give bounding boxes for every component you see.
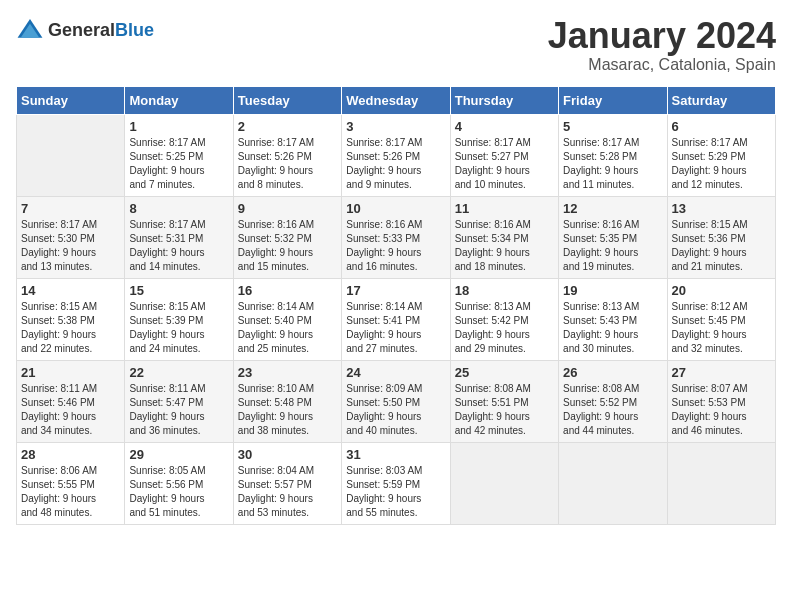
calendar-cell: 25Sunrise: 8:08 AM Sunset: 5:51 PM Dayli…	[450, 360, 558, 442]
cell-content: Sunrise: 8:09 AM Sunset: 5:50 PM Dayligh…	[346, 382, 445, 438]
calendar-cell: 30Sunrise: 8:04 AM Sunset: 5:57 PM Dayli…	[233, 442, 341, 524]
day-number: 27	[672, 365, 771, 380]
day-header-tuesday: Tuesday	[233, 86, 341, 114]
cell-content: Sunrise: 8:17 AM Sunset: 5:26 PM Dayligh…	[346, 136, 445, 192]
logo: GeneralBlue	[16, 16, 154, 44]
day-number: 26	[563, 365, 662, 380]
cell-content: Sunrise: 8:12 AM Sunset: 5:45 PM Dayligh…	[672, 300, 771, 356]
day-header-monday: Monday	[125, 86, 233, 114]
day-number: 2	[238, 119, 337, 134]
cell-content: Sunrise: 8:16 AM Sunset: 5:34 PM Dayligh…	[455, 218, 554, 274]
day-number: 15	[129, 283, 228, 298]
calendar-cell: 14Sunrise: 8:15 AM Sunset: 5:38 PM Dayli…	[17, 278, 125, 360]
calendar-cell: 18Sunrise: 8:13 AM Sunset: 5:42 PM Dayli…	[450, 278, 558, 360]
day-header-sunday: Sunday	[17, 86, 125, 114]
calendar-cell: 19Sunrise: 8:13 AM Sunset: 5:43 PM Dayli…	[559, 278, 667, 360]
calendar-cell: 12Sunrise: 8:16 AM Sunset: 5:35 PM Dayli…	[559, 196, 667, 278]
cell-content: Sunrise: 8:15 AM Sunset: 5:38 PM Dayligh…	[21, 300, 120, 356]
calendar-cell: 29Sunrise: 8:05 AM Sunset: 5:56 PM Dayli…	[125, 442, 233, 524]
cell-content: Sunrise: 8:15 AM Sunset: 5:39 PM Dayligh…	[129, 300, 228, 356]
day-header-wednesday: Wednesday	[342, 86, 450, 114]
calendar-cell: 8Sunrise: 8:17 AM Sunset: 5:31 PM Daylig…	[125, 196, 233, 278]
cell-content: Sunrise: 8:08 AM Sunset: 5:51 PM Dayligh…	[455, 382, 554, 438]
day-number: 8	[129, 201, 228, 216]
calendar-cell: 27Sunrise: 8:07 AM Sunset: 5:53 PM Dayli…	[667, 360, 775, 442]
day-number: 23	[238, 365, 337, 380]
calendar-cell: 7Sunrise: 8:17 AM Sunset: 5:30 PM Daylig…	[17, 196, 125, 278]
cell-content: Sunrise: 8:10 AM Sunset: 5:48 PM Dayligh…	[238, 382, 337, 438]
cell-content: Sunrise: 8:17 AM Sunset: 5:29 PM Dayligh…	[672, 136, 771, 192]
calendar-cell: 6Sunrise: 8:17 AM Sunset: 5:29 PM Daylig…	[667, 114, 775, 196]
week-row-5: 28Sunrise: 8:06 AM Sunset: 5:55 PM Dayli…	[17, 442, 776, 524]
day-number: 4	[455, 119, 554, 134]
day-number: 17	[346, 283, 445, 298]
week-row-4: 21Sunrise: 8:11 AM Sunset: 5:46 PM Dayli…	[17, 360, 776, 442]
calendar-cell: 28Sunrise: 8:06 AM Sunset: 5:55 PM Dayli…	[17, 442, 125, 524]
calendar-cell: 13Sunrise: 8:15 AM Sunset: 5:36 PM Dayli…	[667, 196, 775, 278]
cell-content: Sunrise: 8:04 AM Sunset: 5:57 PM Dayligh…	[238, 464, 337, 520]
cell-content: Sunrise: 8:07 AM Sunset: 5:53 PM Dayligh…	[672, 382, 771, 438]
day-number: 1	[129, 119, 228, 134]
cell-content: Sunrise: 8:17 AM Sunset: 5:28 PM Dayligh…	[563, 136, 662, 192]
day-header-thursday: Thursday	[450, 86, 558, 114]
cell-content: Sunrise: 8:17 AM Sunset: 5:26 PM Dayligh…	[238, 136, 337, 192]
cell-content: Sunrise: 8:13 AM Sunset: 5:42 PM Dayligh…	[455, 300, 554, 356]
day-number: 7	[21, 201, 120, 216]
day-number: 19	[563, 283, 662, 298]
logo-general-text: General	[48, 20, 115, 40]
calendar-cell: 16Sunrise: 8:14 AM Sunset: 5:40 PM Dayli…	[233, 278, 341, 360]
calendar-cell: 17Sunrise: 8:14 AM Sunset: 5:41 PM Dayli…	[342, 278, 450, 360]
cell-content: Sunrise: 8:17 AM Sunset: 5:30 PM Dayligh…	[21, 218, 120, 274]
logo-icon	[16, 16, 44, 44]
day-number: 31	[346, 447, 445, 462]
cell-content: Sunrise: 8:11 AM Sunset: 5:46 PM Dayligh…	[21, 382, 120, 438]
calendar-cell	[559, 442, 667, 524]
cell-content: Sunrise: 8:03 AM Sunset: 5:59 PM Dayligh…	[346, 464, 445, 520]
calendar-cell: 31Sunrise: 8:03 AM Sunset: 5:59 PM Dayli…	[342, 442, 450, 524]
header: GeneralBlue January 2024 Masarac, Catalo…	[16, 16, 776, 74]
day-number: 28	[21, 447, 120, 462]
day-number: 10	[346, 201, 445, 216]
day-number: 29	[129, 447, 228, 462]
calendar-cell: 21Sunrise: 8:11 AM Sunset: 5:46 PM Dayli…	[17, 360, 125, 442]
day-number: 13	[672, 201, 771, 216]
day-number: 21	[21, 365, 120, 380]
day-number: 5	[563, 119, 662, 134]
day-number: 25	[455, 365, 554, 380]
cell-content: Sunrise: 8:11 AM Sunset: 5:47 PM Dayligh…	[129, 382, 228, 438]
cell-content: Sunrise: 8:17 AM Sunset: 5:25 PM Dayligh…	[129, 136, 228, 192]
calendar-cell: 2Sunrise: 8:17 AM Sunset: 5:26 PM Daylig…	[233, 114, 341, 196]
day-number: 11	[455, 201, 554, 216]
day-number: 22	[129, 365, 228, 380]
day-number: 16	[238, 283, 337, 298]
calendar-cell	[667, 442, 775, 524]
day-number: 3	[346, 119, 445, 134]
calendar-cell: 3Sunrise: 8:17 AM Sunset: 5:26 PM Daylig…	[342, 114, 450, 196]
day-number: 9	[238, 201, 337, 216]
calendar-cell: 5Sunrise: 8:17 AM Sunset: 5:28 PM Daylig…	[559, 114, 667, 196]
day-header-saturday: Saturday	[667, 86, 775, 114]
day-number: 18	[455, 283, 554, 298]
cell-content: Sunrise: 8:13 AM Sunset: 5:43 PM Dayligh…	[563, 300, 662, 356]
cell-content: Sunrise: 8:08 AM Sunset: 5:52 PM Dayligh…	[563, 382, 662, 438]
cell-content: Sunrise: 8:16 AM Sunset: 5:35 PM Dayligh…	[563, 218, 662, 274]
day-number: 6	[672, 119, 771, 134]
day-number: 20	[672, 283, 771, 298]
calendar-header-row: SundayMondayTuesdayWednesdayThursdayFrid…	[17, 86, 776, 114]
day-header-friday: Friday	[559, 86, 667, 114]
day-number: 24	[346, 365, 445, 380]
calendar-cell	[17, 114, 125, 196]
calendar-cell: 11Sunrise: 8:16 AM Sunset: 5:34 PM Dayli…	[450, 196, 558, 278]
cell-content: Sunrise: 8:16 AM Sunset: 5:32 PM Dayligh…	[238, 218, 337, 274]
calendar-table: SundayMondayTuesdayWednesdayThursdayFrid…	[16, 86, 776, 525]
calendar-cell: 10Sunrise: 8:16 AM Sunset: 5:33 PM Dayli…	[342, 196, 450, 278]
cell-content: Sunrise: 8:14 AM Sunset: 5:41 PM Dayligh…	[346, 300, 445, 356]
week-row-3: 14Sunrise: 8:15 AM Sunset: 5:38 PM Dayli…	[17, 278, 776, 360]
day-number: 30	[238, 447, 337, 462]
calendar-cell: 24Sunrise: 8:09 AM Sunset: 5:50 PM Dayli…	[342, 360, 450, 442]
cell-content: Sunrise: 8:05 AM Sunset: 5:56 PM Dayligh…	[129, 464, 228, 520]
calendar-cell: 1Sunrise: 8:17 AM Sunset: 5:25 PM Daylig…	[125, 114, 233, 196]
calendar-cell: 20Sunrise: 8:12 AM Sunset: 5:45 PM Dayli…	[667, 278, 775, 360]
cell-content: Sunrise: 8:14 AM Sunset: 5:40 PM Dayligh…	[238, 300, 337, 356]
cell-content: Sunrise: 8:15 AM Sunset: 5:36 PM Dayligh…	[672, 218, 771, 274]
